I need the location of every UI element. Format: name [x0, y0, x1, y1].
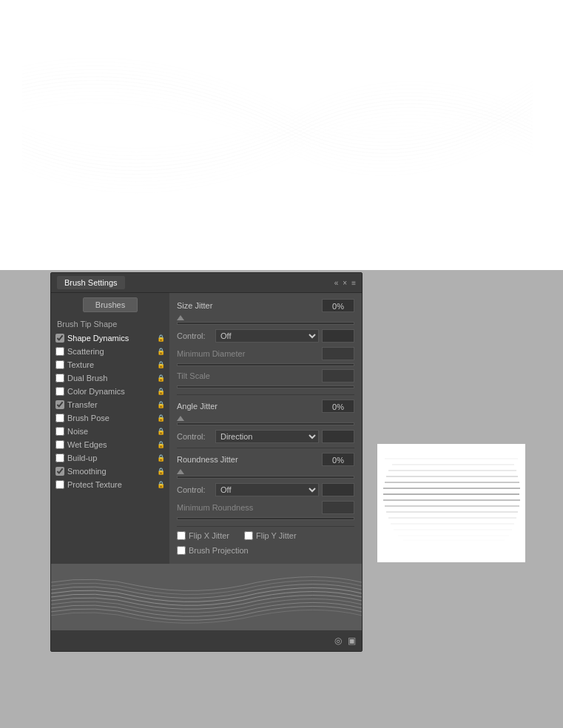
control-extra-3	[322, 483, 354, 496]
min-roundness-slider[interactable]	[177, 517, 354, 520]
side-brush-preview	[377, 444, 525, 562]
panel-title-bar: Brush Settings « × ≡	[51, 273, 362, 293]
dual-brush-checkbox[interactable]	[55, 374, 64, 382]
dual-brush-label: Dual Brush	[67, 374, 107, 382]
lock-icon-scattering: 🔒	[157, 348, 165, 355]
sidebar: Brushes Brush Tip Shape Shape Dynamics 🔒…	[51, 293, 169, 564]
min-diameter-slider[interactable]	[177, 363, 354, 366]
flip-y-row: Flip Y Jitter	[244, 531, 297, 540]
roundness-jitter-slider-container	[177, 469, 354, 479]
noise-checkbox[interactable]	[55, 427, 64, 436]
protect-texture-label: Protect Texture	[67, 480, 122, 489]
roundness-jitter-row: Roundness Jitter 0%	[177, 453, 354, 466]
control-select-direction[interactable]: Direction	[215, 430, 319, 443]
size-jitter-label: Size Jitter	[177, 301, 322, 310]
sidebar-item-texture[interactable]: Texture 🔒	[51, 358, 169, 371]
brush-settings-panel: Brush Settings « × ≡ Brushes Brush Tip S…	[50, 272, 363, 652]
brush-projection-row: Brush Projection	[177, 546, 354, 555]
min-roundness-value[interactable]	[322, 501, 354, 514]
panel-controls: « × ≡	[334, 279, 356, 287]
min-diameter-label: Minimum Diameter	[177, 349, 322, 358]
roundness-jitter-slider[interactable]	[177, 476, 354, 479]
brushes-button[interactable]: Brushes	[83, 297, 138, 312]
angle-jitter-label: Angle Jitter	[177, 402, 322, 411]
sidebar-item-transfer[interactable]: Transfer 🔒	[51, 398, 169, 411]
flip-y-label: Flip Y Jitter	[256, 531, 297, 540]
title-tabs: Brush Settings	[57, 276, 125, 289]
sidebar-item-protect-texture[interactable]: Protect Texture 🔒	[51, 478, 169, 491]
flip-x-row: Flip X Jitter	[177, 531, 229, 540]
control-row-3: Control: Off	[177, 483, 354, 496]
lock-icon-texture: 🔒	[157, 361, 165, 368]
canvas-area	[0, 0, 563, 270]
lock-icon-transfer: 🔒	[157, 401, 165, 408]
sidebar-item-wet-edges[interactable]: Wet Edges 🔒	[51, 438, 169, 451]
size-jitter-slider-container	[177, 315, 354, 325]
sidebar-item-scattering[interactable]: Scattering 🔒	[51, 345, 169, 358]
size-jitter-value[interactable]: 0%	[322, 299, 354, 312]
roundness-jitter-value[interactable]: 0%	[322, 453, 354, 466]
control-row-1: Control: Off	[177, 329, 354, 343]
close-icon[interactable]: ×	[343, 279, 347, 287]
lock-icon-brush-pose: 🔒	[157, 414, 165, 422]
collapse-icon[interactable]: «	[334, 279, 339, 287]
min-roundness-label: Minimum Roundness	[177, 503, 322, 512]
angle-jitter-value[interactable]: 0%	[322, 400, 354, 413]
control-label-2: Control:	[177, 432, 212, 441]
sidebar-item-smoothing[interactable]: Smoothing 🔒	[51, 465, 169, 478]
min-diameter-value[interactable]	[322, 347, 354, 360]
tilt-scale-slider[interactable]	[177, 385, 354, 388]
brush-tip-shape-label[interactable]: Brush Tip Shape	[51, 318, 169, 331]
control-extra-1	[322, 329, 354, 343]
tilt-scale-label: Tilt Scale	[177, 371, 322, 380]
texture-checkbox[interactable]	[55, 360, 64, 369]
scattering-checkbox[interactable]	[55, 347, 64, 356]
lock-icon-dual-brush: 🔒	[157, 374, 165, 382]
tilt-scale-row: Tilt Scale	[177, 369, 354, 382]
build-up-checkbox[interactable]	[55, 454, 64, 462]
sidebar-item-build-up[interactable]: Build-up 🔒	[51, 451, 169, 465]
lock-icon-build-up: 🔒	[157, 454, 165, 462]
protect-texture-checkbox[interactable]	[55, 480, 64, 489]
size-jitter-slider[interactable]	[177, 322, 354, 325]
control-label-3: Control:	[177, 485, 212, 494]
scattering-label: Scattering	[67, 347, 104, 356]
content-area: Size Jitter 0% Control: Off	[169, 293, 362, 564]
lock-icon-color-dynamics: 🔒	[157, 388, 165, 395]
brush-pose-label: Brush Pose	[67, 414, 109, 422]
divider-2	[177, 448, 354, 448]
control-select-3[interactable]: Off	[215, 483, 319, 496]
eye-icon[interactable]: ◎	[334, 636, 342, 646]
flip-y-checkbox[interactable]	[244, 531, 253, 540]
color-dynamics-checkbox[interactable]	[55, 387, 64, 396]
size-jitter-triangle	[177, 315, 184, 320]
shape-dynamics-checkbox[interactable]	[55, 334, 64, 343]
angle-jitter-slider[interactable]	[177, 422, 354, 425]
brush-pose-checkbox[interactable]	[55, 414, 64, 422]
sidebar-item-color-dynamics[interactable]: Color Dynamics 🔒	[51, 385, 169, 398]
square-icon[interactable]: ▣	[348, 636, 356, 646]
menu-icon[interactable]: ≡	[351, 279, 356, 287]
control-label-1: Control:	[177, 331, 212, 340]
flip-x-label: Flip X Jitter	[189, 531, 229, 540]
smoothing-checkbox[interactable]	[55, 467, 64, 476]
angle-jitter-triangle	[177, 416, 184, 421]
sidebar-item-brush-pose[interactable]: Brush Pose 🔒	[51, 411, 169, 425]
transfer-label: Transfer	[67, 400, 98, 409]
tab-brush-settings[interactable]: Brush Settings	[57, 276, 125, 289]
transfer-checkbox[interactable]	[55, 400, 64, 409]
sidebar-item-shape-dynamics[interactable]: Shape Dynamics 🔒	[51, 331, 169, 345]
wet-edges-checkbox[interactable]	[55, 440, 64, 449]
divider-3	[177, 526, 354, 527]
brush-projection-checkbox[interactable]	[177, 546, 186, 555]
sidebar-item-noise[interactable]: Noise 🔒	[51, 425, 169, 438]
min-roundness-row: Minimum Roundness	[177, 501, 354, 514]
flip-x-checkbox[interactable]	[177, 531, 186, 540]
lock-icon-protect-texture: 🔒	[157, 481, 165, 488]
tilt-scale-value[interactable]	[322, 369, 354, 382]
sidebar-item-dual-brush[interactable]: Dual Brush 🔒	[51, 371, 169, 385]
control-select-1[interactable]: Off	[215, 329, 319, 343]
control-extra-2	[322, 430, 354, 443]
noise-label: Noise	[67, 427, 88, 436]
min-diameter-row: Minimum Diameter	[177, 347, 354, 360]
